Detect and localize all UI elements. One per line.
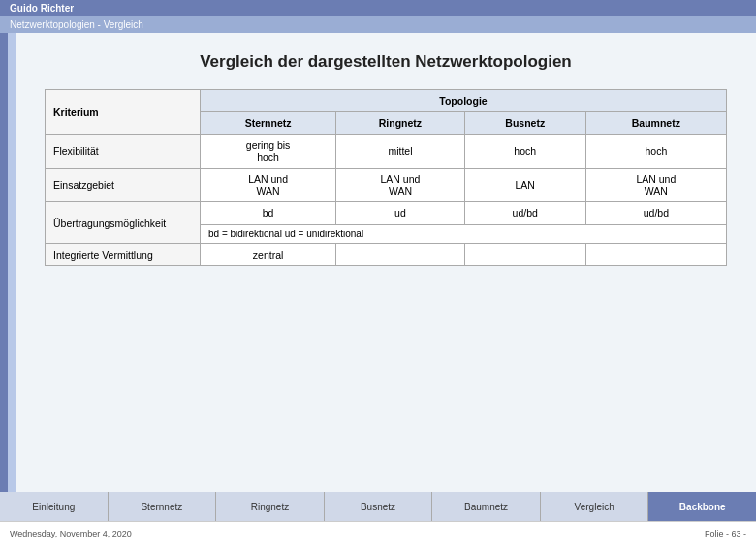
cell-ueber-bus-1: ud/bd	[464, 202, 585, 225]
table-row: Flexibilität gering bishoch mittel hoch …	[46, 135, 727, 169]
cell-eins-baum: LAN undWAN	[585, 169, 726, 202]
cell-ueber-note: bd = bidirektional ud = unidirektional	[201, 225, 727, 244]
nav-sternnetz[interactable]: Sternnetz	[109, 492, 217, 521]
cell-flex-bus: hoch	[464, 135, 585, 169]
cell-ueber-ring-1: ud	[336, 202, 465, 225]
row-label-einsatzgebiet: Einsatzgebiet	[46, 169, 201, 202]
cell-verm-baum	[585, 244, 726, 266]
page-title: Vergleich der dargestellten Netzwerktopo…	[45, 52, 727, 72]
col-baumnetz: Baumnetz	[585, 112, 726, 135]
header-subtitle: Netzwerktopologien - Vergleich	[0, 16, 756, 33]
row-label-vermittlung: Integrierte Vermittlung	[46, 244, 201, 266]
table-row: Übertragungsmöglichkeit bd ud ud/bd ud/b…	[46, 202, 727, 225]
cell-flex-baum: hoch	[585, 135, 726, 169]
left-accent-light	[8, 33, 16, 492]
cell-eins-ring: LAN undWAN	[336, 169, 465, 202]
topologie-header: Topologie	[201, 90, 727, 112]
kriterium-header: Kriterium	[46, 90, 201, 135]
col-ringnetz: Ringnetz	[336, 112, 465, 135]
cell-ueber-stern-1: bd	[201, 202, 336, 225]
footer-slide: Folie - 63 -	[705, 529, 746, 538]
cell-eins-stern: LAN undWAN	[201, 169, 336, 202]
col-busnetz: Busnetz	[464, 112, 585, 135]
nav-busnetz[interactable]: Busnetz	[325, 492, 433, 521]
comparison-table: Kriterium Topologie Sternnetz Ringnetz B…	[45, 89, 727, 266]
bottom-nav: Einleitung Sternnetz Ringnetz Busnetz Ba…	[0, 492, 756, 521]
col-sternnetz: Sternnetz	[201, 112, 336, 135]
nav-baumnetz[interactable]: Baumnetz	[432, 492, 541, 521]
cell-verm-stern: zentral	[201, 244, 336, 266]
cell-verm-bus	[464, 244, 585, 266]
cell-verm-ring	[336, 244, 465, 266]
left-accent-dark	[0, 33, 8, 492]
main-content: Vergleich der dargestellten Netzwerktopo…	[16, 33, 756, 492]
cell-flex-stern: gering bishoch	[201, 135, 336, 169]
cell-ueber-baum-1: ud/bd	[585, 202, 726, 225]
nav-backbone[interactable]: Backbone	[648, 492, 756, 521]
nav-vergleich[interactable]: Vergleich	[541, 492, 649, 521]
table-row: Integrierte Vermittlung zentral	[46, 244, 727, 266]
table-row: Einsatzgebiet LAN undWAN LAN undWAN LAN …	[46, 169, 727, 202]
row-label-flexibilitaet: Flexibilität	[46, 135, 201, 169]
footer-date: Wednesday, November 4, 2020	[10, 529, 132, 538]
row-label-uebertragung: Übertragungsmöglichkeit	[46, 202, 201, 244]
header-title: Guido Richter	[0, 0, 756, 16]
nav-einleitung[interactable]: Einleitung	[0, 492, 109, 521]
cell-eins-bus: LAN	[464, 169, 585, 202]
cell-flex-ring: mittel	[336, 135, 465, 169]
footer: Wednesday, November 4, 2020 Folie - 63 -	[0, 521, 756, 544]
nav-ringnetz[interactable]: Ringnetz	[216, 492, 325, 521]
